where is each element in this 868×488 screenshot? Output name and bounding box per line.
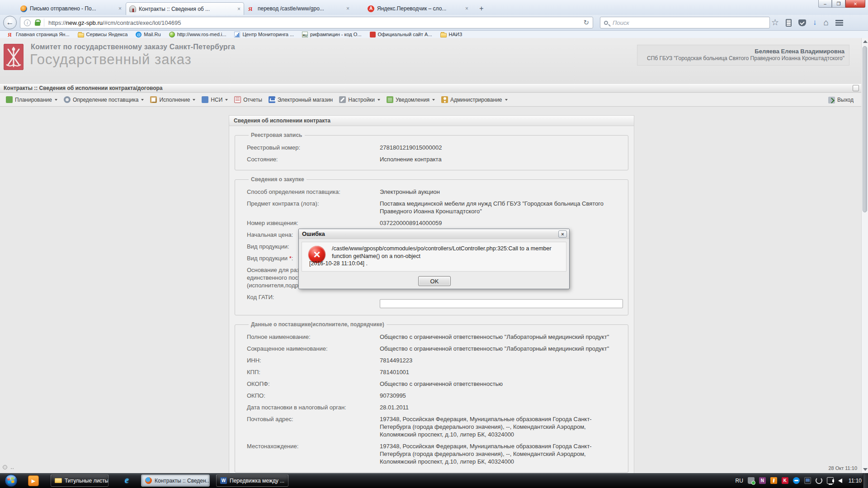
chevron-down-icon — [225, 99, 228, 101]
menu-planning[interactable]: Планирование — [3, 96, 61, 103]
bookmark-mailru[interactable]: Mail.Ru — [132, 32, 165, 38]
search-bar[interactable] — [600, 17, 770, 28]
bookmark-yandex-home[interactable]: Главная страница Ян... — [4, 32, 74, 38]
home-icon[interactable]: ⌂ — [824, 18, 829, 27]
tab-mail[interactable]: Письмо отправлено - По... × — [17, 2, 125, 15]
toolbar-icons: ☆ ↓ ⌂ — [771, 18, 843, 28]
start-button[interactable] — [5, 474, 18, 487]
reference-table-icon — [202, 96, 208, 103]
taskbar-button-folder[interactable]: Титульные листы — [51, 474, 108, 487]
app-menubar: Планирование Определение поставщика Испо… — [0, 93, 861, 107]
kaspersky-icon[interactable]: K — [782, 477, 788, 484]
tab-translate-page[interactable]: перевод /castle/www/gpo... × — [245, 2, 353, 15]
folder-icon — [440, 33, 447, 38]
scroll-down-icon[interactable] — [863, 468, 868, 471]
pocket-icon[interactable] — [798, 19, 806, 26]
teamviewer-icon[interactable] — [793, 477, 800, 484]
bookmark-yandex-services[interactable]: Сервисы Яндекса — [74, 32, 132, 38]
language-indicator[interactable]: RU — [736, 478, 743, 484]
notification-icon — [387, 96, 393, 103]
display-settings-icon[interactable] — [804, 477, 811, 484]
downloads-icon[interactable]: ↓ — [813, 19, 817, 27]
browser-tab-bar: Письмо отправлено - По... × Контракты ::… — [0, 0, 868, 15]
window-minimize-button[interactable]: – — [818, 0, 832, 8]
tab-close-icon[interactable]: × — [237, 6, 241, 12]
tab-title: Контракты :: Сведения об ... — [139, 6, 235, 12]
usb-device-icon[interactable] — [748, 477, 755, 484]
tab-contracts-active[interactable]: Контракты :: Сведения об ... × — [126, 2, 244, 15]
chevron-down-icon — [141, 99, 144, 101]
volume-icon[interactable] — [838, 479, 842, 483]
tab-close-icon[interactable]: × — [465, 5, 468, 12]
cart-icon — [269, 96, 275, 103]
sync-icon[interactable] — [816, 477, 822, 484]
menu-administration[interactable]: Администрирование — [438, 96, 510, 103]
mailru-icon — [136, 32, 142, 38]
folder-icon — [55, 478, 62, 483]
back-button[interactable]: ← — [3, 16, 17, 29]
menu-notifications[interactable]: Уведомления — [383, 96, 438, 103]
bookmarks-list-icon[interactable] — [786, 19, 792, 27]
form-row: Полное наименование: Общество с ограниче… — [247, 333, 623, 341]
onenote-icon[interactable]: N — [759, 477, 766, 484]
user-organization: СПб ГБУЗ "Городская больница Святого Пра… — [642, 55, 844, 62]
bookmark-official-site[interactable]: Официальный сайт А... — [366, 32, 436, 38]
error-message: /castle/www/gpospb/commodules/po/control… — [332, 245, 568, 260]
bookmark-label: Сервисы Яндекса — [86, 32, 128, 37]
search-input[interactable] — [612, 19, 766, 27]
bookmark-star-icon[interactable]: ☆ — [771, 18, 779, 27]
chevron-down-icon — [505, 99, 508, 101]
menu-nsi[interactable]: НСИ — [198, 96, 231, 103]
tray-clock[interactable]: 11:10 — [849, 478, 862, 484]
form-row: ОКПО: 90730995 — [247, 392, 623, 399]
scrollbar-thumb[interactable] — [863, 46, 867, 212]
purchase-legend: Сведения о закупке — [249, 176, 307, 183]
browser-navbar: ← i https://new.gz-spb.ru/#cm/contract/e… — [0, 15, 868, 31]
bookmark-rosmed[interactable]: http://www.ros-med.i... — [165, 32, 231, 38]
page-info-icon[interactable]: i — [24, 19, 31, 26]
show-desktop-button[interactable] — [863, 473, 868, 488]
tab-title: Письмо отправлено - По... — [30, 5, 116, 12]
scroll-up-icon[interactable] — [863, 40, 868, 43]
new-tab-button[interactable]: + — [476, 4, 487, 14]
vertical-scrollbar[interactable] — [861, 38, 868, 473]
gati-code-input[interactable] — [380, 299, 623, 308]
word-icon: W — [220, 477, 227, 484]
menu-icon[interactable] — [835, 20, 843, 26]
logout-button[interactable]: Выход — [825, 93, 857, 107]
kpp-value: 781401001 — [380, 368, 622, 376]
divider — [44, 19, 44, 27]
media-player-icon[interactable]: ▶ — [28, 475, 39, 486]
form-row: ОКОПФ: Общество с ограниченной ответстве… — [247, 380, 623, 388]
menu-eshop[interactable]: Электронный магазин — [265, 96, 336, 103]
taskbar-button-firefox-active[interactable]: Контракты :: Сведен... — [141, 474, 210, 487]
page-datetime: 28 Окт 11:10 — [828, 465, 857, 471]
window-close-button[interactable]: × — [845, 0, 865, 8]
bookmark-rifampicin[interactable]: рифампицин - код О... — [298, 32, 365, 38]
tab-yandex-translate[interactable]: Яндекс.Переводчик – сло... × — [364, 2, 472, 15]
menu-supplier-determination[interactable]: Определение поставщика — [61, 96, 147, 103]
gear-person-icon — [64, 96, 71, 103]
menu-settings[interactable]: Настройки — [336, 96, 383, 103]
tab-close-icon[interactable]: × — [346, 5, 349, 12]
dialog-titlebar[interactable]: Ошибка × — [299, 229, 569, 239]
bookmark-monitoring[interactable]: Центр Мониторинга ... — [230, 32, 298, 38]
key-tab-icon — [129, 5, 136, 12]
java-icon[interactable] — [770, 477, 777, 484]
ok-button[interactable]: OK — [418, 276, 451, 286]
dialog-message-box: × /castle/www/gpospb/commodules/po/contr… — [302, 242, 566, 272]
bookmark-naiz[interactable]: НАИЗ — [436, 32, 467, 38]
window-maximize-button[interactable]: ❐ — [832, 0, 845, 8]
internet-explorer-icon[interactable]: e — [125, 475, 129, 485]
chevron-down-icon — [55, 99, 57, 101]
tab-close-icon[interactable]: × — [118, 5, 122, 12]
form-row: Дата постановки в налоговый орган: 28.01… — [247, 404, 623, 411]
dialog-close-button[interactable]: × — [558, 230, 567, 238]
panel-collapse-icon[interactable] — [853, 85, 859, 91]
url-bar[interactable]: i https://new.gz-spb.ru/#cm/contract/exe… — [20, 17, 593, 28]
menu-reports[interactable]: Отчеты — [231, 96, 265, 103]
menu-execution[interactable]: Исполнение — [147, 96, 198, 103]
reload-icon[interactable]: ↻ — [583, 19, 589, 27]
taskbar-button-word[interactable]: W Передвижка между ... — [216, 474, 288, 487]
page-viewport: Комитет по государственному заказу Санкт… — [0, 38, 868, 473]
